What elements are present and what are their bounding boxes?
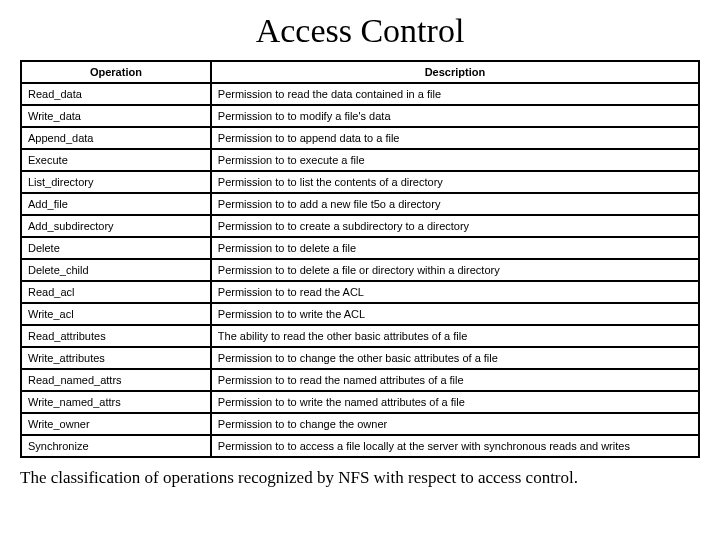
cell-operation: Synchronize [21, 435, 211, 457]
access-control-table: Operation Description Read_dataPermissio… [20, 60, 700, 458]
cell-description: Permission to to change the other basic … [211, 347, 699, 369]
table-row: Read_attributesThe ability to read the o… [21, 325, 699, 347]
cell-operation: Write_owner [21, 413, 211, 435]
cell-operation: Write_named_attrs [21, 391, 211, 413]
cell-operation: Delete_child [21, 259, 211, 281]
cell-description: Permission to to list the contents of a … [211, 171, 699, 193]
cell-operation: Read_data [21, 83, 211, 105]
table-row: SynchronizePermission to to access a fil… [21, 435, 699, 457]
cell-operation: Delete [21, 237, 211, 259]
table-row: Add_filePermission to to add a new file … [21, 193, 699, 215]
cell-description: Permission to read the data contained in… [211, 83, 699, 105]
cell-operation: Execute [21, 149, 211, 171]
cell-operation: Add_file [21, 193, 211, 215]
table-caption: The classification of operations recogni… [20, 468, 700, 488]
cell-operation: Write_acl [21, 303, 211, 325]
table-row: Read_dataPermission to read the data con… [21, 83, 699, 105]
cell-description: Permission to to read the ACL [211, 281, 699, 303]
table-row: Read_aclPermission to to read the ACL [21, 281, 699, 303]
cell-operation: List_directory [21, 171, 211, 193]
table-row: Write_attributesPermission to to change … [21, 347, 699, 369]
cell-description: The ability to read the other basic attr… [211, 325, 699, 347]
cell-description: Permission to to delete a file or direct… [211, 259, 699, 281]
cell-operation: Read_attributes [21, 325, 211, 347]
cell-description: Permission to to access a file locally a… [211, 435, 699, 457]
cell-description: Permission to to write the named attribu… [211, 391, 699, 413]
cell-operation: Write_attributes [21, 347, 211, 369]
cell-description: Permission to to create a subdirectory t… [211, 215, 699, 237]
table-row: Write_aclPermission to to write the ACL [21, 303, 699, 325]
table-header-row: Operation Description [21, 61, 699, 83]
cell-description: Permission to to delete a file [211, 237, 699, 259]
cell-operation: Read_named_attrs [21, 369, 211, 391]
cell-description: Permission to to read the named attribut… [211, 369, 699, 391]
cell-description: Permission to to change the owner [211, 413, 699, 435]
table-row: ExecutePermission to to execute a file [21, 149, 699, 171]
cell-description: Permission to to add a new file t5o a di… [211, 193, 699, 215]
cell-operation: Append_data [21, 127, 211, 149]
cell-description: Permission to to execute a file [211, 149, 699, 171]
cell-operation: Write_data [21, 105, 211, 127]
cell-description: Permission to to modify a file's data [211, 105, 699, 127]
table-row: Read_named_attrsPermission to to read th… [21, 369, 699, 391]
table-row: Write_dataPermission to to modify a file… [21, 105, 699, 127]
table-row: Append_dataPermission to to append data … [21, 127, 699, 149]
table-row: DeletePermission to to delete a file [21, 237, 699, 259]
col-header-operation: Operation [21, 61, 211, 83]
col-header-description: Description [211, 61, 699, 83]
table-row: Delete_childPermission to to delete a fi… [21, 259, 699, 281]
table-row: List_directoryPermission to to list the … [21, 171, 699, 193]
table-row: Add_subdirectoryPermission to to create … [21, 215, 699, 237]
page-title: Access Control [20, 12, 700, 50]
cell-description: Permission to to append data to a file [211, 127, 699, 149]
cell-operation: Read_acl [21, 281, 211, 303]
cell-description: Permission to to write the ACL [211, 303, 699, 325]
table-row: Write_named_attrsPermission to to write … [21, 391, 699, 413]
table-row: Write_ownerPermission to to change the o… [21, 413, 699, 435]
cell-operation: Add_subdirectory [21, 215, 211, 237]
